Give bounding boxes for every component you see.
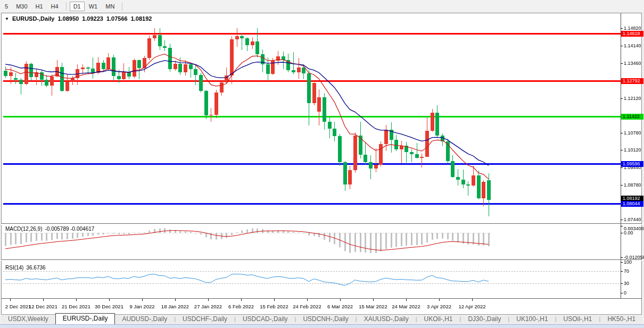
rsi-axis-label: 100 bbox=[624, 259, 632, 265]
price-axis-tick-label: 1.08780 bbox=[624, 182, 641, 188]
date-axis-label: 12 Dec 2021 bbox=[26, 304, 60, 309]
tab-usdchf-daily[interactable]: USDCHF-,Daily bbox=[176, 314, 234, 324]
date-axis-label: 30 Dec 2021 bbox=[92, 304, 126, 309]
date-axis-label: 12 Apr 2022 bbox=[455, 304, 489, 309]
tab-uk100-h1[interactable]: UK100-,H1 bbox=[509, 314, 555, 324]
macd-values: -0.005789 -0.004617 bbox=[45, 226, 94, 232]
date-axis-label: 24 Mar 2022 bbox=[389, 304, 423, 309]
date-axis-label: 24 Feb 2022 bbox=[290, 304, 324, 309]
chart-tab-bar: USDX,WeeklyEURUSD-,DailyAUDUSD-,Daily|US… bbox=[1, 314, 642, 324]
panel-separator-rsi[interactable] bbox=[1, 259, 642, 261]
price-line-label: 1.08044 bbox=[621, 201, 643, 207]
date-axis-label: 18 Jan 2022 bbox=[158, 304, 192, 309]
date-axis-label: 3 Apr 2022 bbox=[422, 304, 456, 309]
tab-usdx-weekly[interactable]: USDX,Weekly bbox=[1, 314, 55, 324]
price-axis[interactable]: 1.148201.141401.134601.121201.107801.101… bbox=[621, 13, 644, 298]
rsi-indicator-label: RSI(14)36.6736 bbox=[5, 265, 48, 271]
price-line-label: 1.12792 bbox=[621, 78, 643, 84]
date-axis-label: 6 Mar 2022 bbox=[323, 304, 357, 309]
date-axis-label: 15 Feb 2022 bbox=[257, 304, 291, 309]
macd-axis-label: 0.00 bbox=[624, 230, 633, 236]
status-strip bbox=[0, 324, 644, 328]
timeframe-button-w1[interactable]: W1 bbox=[85, 2, 102, 11]
price-axis-tick-label: 1.12120 bbox=[624, 96, 641, 101]
chart-title-low: 1.07566 bbox=[106, 15, 128, 22]
date-axis-label: 21 Dec 2021 bbox=[59, 304, 93, 309]
price-line-label: 1.11422 bbox=[621, 114, 643, 120]
panel-separator-macd[interactable] bbox=[1, 223, 642, 225]
price-line-label: 1.14618 bbox=[621, 31, 643, 37]
timeframe-button-h4[interactable]: H4 bbox=[47, 2, 62, 11]
price-axis-tick-label: 1.14140 bbox=[624, 43, 641, 48]
tab-eurusd-daily[interactable]: EURUSD-,Daily bbox=[55, 313, 115, 324]
tab-xauusd-daily[interactable]: XAUUSD-,Daily bbox=[357, 314, 416, 324]
price-line-label: 1.09596 bbox=[621, 161, 643, 167]
chart-title-symbol: EURUSD-,Daily bbox=[12, 15, 54, 22]
price-axis-tick-label: 1.10780 bbox=[624, 130, 641, 136]
time-axis[interactable]: 2 Dec 202112 Dec 202121 Dec 202130 Dec 2… bbox=[1, 298, 642, 315]
macd-indicator-label: MACD(12,26,9)-0.005789 -0.004617 bbox=[5, 226, 97, 232]
tab-usoil-h1[interactable]: USOil-,H1 bbox=[557, 314, 599, 324]
chart-title: ▼ EURUSD-,Daily 1.08950 1.09223 1.07566 … bbox=[5, 15, 152, 22]
tab-usdcnh-daily[interactable]: USDCNH-,Daily bbox=[296, 314, 355, 324]
price-axis-tick-label: 1.10120 bbox=[624, 147, 641, 153]
rsi-axis-label: 0 bbox=[624, 290, 626, 296]
macd-name: MACD(12,26,9) bbox=[5, 226, 42, 232]
tab-usdcad-daily[interactable]: USDCAD-,Daily bbox=[236, 314, 295, 324]
trading-terminal: 5M30H1H4D1W1MN ▼ EURUSD-,Daily 1.08950 1… bbox=[0, 0, 644, 328]
date-axis-label: 15 Mar 2022 bbox=[356, 304, 390, 309]
timeframe-button-mn[interactable]: MN bbox=[102, 2, 118, 11]
chart-title-high: 1.09223 bbox=[82, 15, 103, 22]
date-axis-label: 27 Jan 2022 bbox=[191, 304, 225, 309]
rsi-value: 36.6736 bbox=[26, 265, 45, 271]
chart-title-close: 1.08192 bbox=[131, 15, 152, 22]
rsi-axis-label: 70 bbox=[624, 268, 629, 274]
timeframe-button-d1[interactable]: D1 bbox=[70, 2, 85, 11]
timeframe-button-m30[interactable]: M30 bbox=[12, 2, 31, 11]
tab-audusd-daily[interactable]: AUDUSD-,Daily bbox=[115, 314, 174, 324]
timeframe-button-5[interactable]: 5 bbox=[1, 2, 12, 11]
date-axis-label: 9 Jan 2022 bbox=[125, 304, 159, 309]
price-axis-tick-label: 1.13460 bbox=[624, 61, 641, 66]
tab-hk50-h1[interactable]: HK50-,H1 bbox=[600, 314, 642, 324]
toolbar-separator bbox=[122, 2, 122, 11]
tab-dj30-daily[interactable]: DJ30-,Daily bbox=[461, 314, 508, 324]
chart-window bbox=[1, 13, 642, 324]
price-axis-tick-label: 1.07440 bbox=[624, 217, 641, 222]
timeframe-toolbar: 5M30H1H4D1W1MN bbox=[0, 0, 644, 12]
tab-ukoil-h1[interactable]: UKOil-,H1 bbox=[417, 314, 460, 324]
chart-title-open: 1.08950 bbox=[57, 15, 79, 22]
date-axis-label: 6 Feb 2022 bbox=[224, 304, 258, 309]
rsi-name: RSI(14) bbox=[5, 265, 23, 271]
timeframe-button-h1[interactable]: H1 bbox=[32, 2, 47, 11]
toolbar-separator bbox=[66, 2, 67, 11]
price-axis-tick-label: 1.14820 bbox=[624, 26, 641, 31]
rsi-axis-label: 30 bbox=[624, 281, 629, 286]
symbol-dropdown-arrow-icon[interactable]: ▼ bbox=[5, 16, 9, 21]
